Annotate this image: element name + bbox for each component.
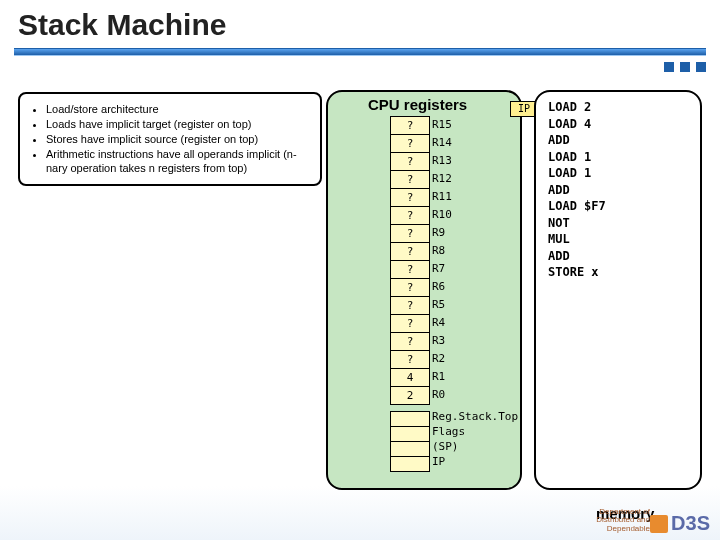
extra-register-cell (391, 442, 429, 457)
extra-register-cell (391, 427, 429, 442)
bullet-item: Loads have implicit target (register on … (46, 117, 310, 132)
extra-register-stack (390, 411, 430, 472)
register-name: R6 (432, 278, 452, 296)
register-name: R8 (432, 242, 452, 260)
register-name: R15 (432, 116, 452, 134)
asm-line: LOAD 1 (548, 149, 606, 166)
register-value: 4 (391, 369, 429, 387)
asm-line: LOAD 4 (548, 116, 606, 133)
register-value: ? (391, 243, 429, 261)
asm-line: STORE x (548, 264, 606, 281)
asm-line: ADD (548, 248, 606, 265)
register-name: R10 (432, 206, 452, 224)
extra-register-cell (391, 457, 429, 471)
register-name: R9 (432, 224, 452, 242)
register-value: ? (391, 333, 429, 351)
extra-register-labels: Reg.Stack.Top Flags (SP) IP (432, 409, 518, 469)
asm-line: MUL (548, 231, 606, 248)
asm-line: ADD (548, 132, 606, 149)
register-value: ? (391, 189, 429, 207)
register-value: 2 (391, 387, 429, 404)
extra-register-name: (SP) (432, 439, 518, 454)
register-value: ? (391, 207, 429, 225)
asm-line: LOAD 1 (548, 165, 606, 182)
d3s-logo: D3S (650, 512, 710, 535)
register-value: ? (391, 117, 429, 135)
register-value: ? (391, 351, 429, 369)
dept-text: Department ofDistributed andDependable (596, 508, 650, 534)
register-labels: R15 R14 R13 R12 R11 R10 R9 R8 R7 R6 R5 R… (432, 116, 452, 404)
register-value: ? (391, 261, 429, 279)
extra-register-cell (391, 412, 429, 427)
asm-line: ADD (548, 182, 606, 199)
title-divider (14, 48, 706, 56)
register-name: R7 (432, 260, 452, 278)
register-name: R0 (432, 386, 452, 404)
asm-line: NOT (548, 215, 606, 232)
register-value: ? (391, 225, 429, 243)
register-name: R13 (432, 152, 452, 170)
asm-code: LOAD 2 LOAD 4 ADD LOAD 1 LOAD 1 ADD LOAD… (548, 99, 606, 281)
register-name: R5 (432, 296, 452, 314)
bullet-item: Arithmetic instructions have all operand… (46, 147, 310, 177)
ellipsis-icon (664, 62, 706, 72)
asm-line: LOAD $F7 (548, 198, 606, 215)
cpu-heading: CPU registers (368, 96, 467, 113)
bullet-list: Load/store architecture Loads have impli… (30, 102, 310, 176)
bullets-box: Load/store architecture Loads have impli… (18, 92, 322, 186)
register-name: R2 (432, 350, 452, 368)
d3s-text: D3S (671, 512, 710, 535)
bullet-item: Load/store architecture (46, 102, 310, 117)
slide-title: Stack Machine (0, 0, 720, 42)
register-value: ? (391, 279, 429, 297)
register-name: R12 (432, 170, 452, 188)
bullet-item: Stores have implicit source (register on… (46, 132, 310, 147)
extra-register-name: Flags (432, 424, 518, 439)
register-value: ? (391, 135, 429, 153)
register-stack: ? ? ? ? ? ? ? ? ? ? ? ? ? ? 4 2 (390, 116, 430, 405)
register-value: ? (391, 297, 429, 315)
register-value: ? (391, 171, 429, 189)
register-value: ? (391, 315, 429, 333)
register-name: R11 (432, 188, 452, 206)
slide: Stack Machine Load/store architecture Lo… (0, 0, 720, 540)
extra-register-name: Reg.Stack.Top (432, 409, 518, 424)
extra-register-name: IP (432, 454, 518, 469)
cube-icon (650, 515, 668, 533)
asm-line: LOAD 2 (548, 99, 606, 116)
register-name: R4 (432, 314, 452, 332)
register-name: R3 (432, 332, 452, 350)
register-value: ? (391, 153, 429, 171)
register-name: R1 (432, 368, 452, 386)
register-name: R14 (432, 134, 452, 152)
